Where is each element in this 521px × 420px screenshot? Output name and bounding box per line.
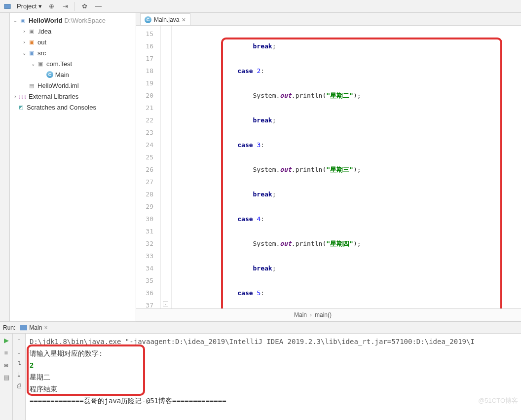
camera-icon[interactable]: ◙ [4,361,8,369]
run-label: Run: [3,324,15,331]
collapse-icon[interactable]: ⇥ [61,2,70,11]
tree-root[interactable]: ⌄▣HelloWorldD:\WorkSpace [10,15,136,26]
tree-src[interactable]: ⌄▣src [10,47,136,58]
project-sidebar: ⌄▣HelloWorldD:\WorkSpace ›▣.idea ›▣out ⌄… [10,13,136,321]
class-icon: C [46,71,53,78]
editor-tabs: C Main.java × [136,13,521,26]
target-icon[interactable]: ⊕ [47,2,56,11]
tab-label: Main.java [154,16,179,23]
layout-icon[interactable]: ▤ [3,374,9,381]
run-panel: Run: Main × ▶ ■ ◙ ▤ ↑ ↓ ↴ ⤓ ⎙ D:\jdk1.8\… [0,321,521,420]
editor-area: C Main.java × 15161718192021222324252627… [136,13,521,321]
line-gutter: 1516171819202122232425262728293031323334… [136,26,161,308]
tree-scratches[interactable]: ◩Scratches and Consoles [10,102,136,113]
rerun-icon[interactable]: ▶ [4,337,9,344]
tree-root-label: HelloWorld [29,17,62,24]
chevron-right-icon: › [310,311,312,318]
run-config-icon [20,324,27,331]
console-cmd: D:\jdk1.8\bin\java.exe "-javaagent:D:\id… [30,336,517,347]
console-separator: =============磊哥的java历险记-@51博客===========… [30,395,517,407]
tree-idea[interactable]: ›▣.idea [10,26,136,37]
tree-out[interactable]: ›▣out [10,37,136,47]
fold-icon[interactable]: - [163,301,168,306]
run-tool-col2: ↑ ↓ ↴ ⤓ ⎙ [13,334,26,420]
class-icon: C [145,16,151,23]
run-body: ▶ ■ ◙ ▤ ↑ ↓ ↴ ⤓ ⎙ D:\jdk1.8\bin\java.exe… [0,334,521,420]
up-icon[interactable]: ↑ [17,337,21,344]
breadcrumb-method[interactable]: main() [315,311,332,318]
run-config-name[interactable]: Main [29,324,42,331]
watermark: @51CTO博客 [478,396,518,405]
top-toolbar: Project▾ ⊕ ⇥ ✿ — [0,0,521,13]
separator [74,2,75,11]
tree-main-file[interactable]: C Main [10,69,136,80]
svg-rect-0 [4,4,10,8]
fold-gutter: - [161,26,172,308]
tree-iml[interactable]: ▤HelloWorld.iml [10,80,136,91]
scroll-icon[interactable]: ⤓ [16,371,22,378]
editor-body[interactable]: 1516171819202122232425262728293031323334… [136,26,521,308]
svg-rect-1 [20,325,27,330]
project-tree[interactable]: ⌄▣HelloWorldD:\WorkSpace ›▣.idea ›▣out ⌄… [10,13,136,321]
gear-icon[interactable]: ✿ [80,2,89,11]
wrap-icon[interactable]: ↴ [16,359,22,367]
tree-ext-lib[interactable]: ›⫿⫿⫿External Libraries [10,91,136,102]
tree-root-path: D:\WorkSpace [64,17,106,24]
close-icon[interactable]: × [44,324,47,331]
run-tool-col1: ▶ ■ ◙ ▤ [0,334,13,420]
hide-icon[interactable]: — [94,2,103,11]
project-combo[interactable] [3,2,12,11]
console-input: 2 [30,359,517,371]
code-area[interactable]: break; case 2: System.out.println("星期二")… [172,26,521,308]
close-icon[interactable]: × [182,16,186,24]
run-header: Run: Main × [0,322,521,334]
breadcrumb-class[interactable]: Main [294,311,307,318]
tab-main-java[interactable]: C Main.java × [140,13,190,25]
tree-pkg[interactable]: ⌄▣com.Test [10,58,136,69]
console-output[interactable]: D:\jdk1.8\bin\java.exe "-javaagent:D:\id… [26,334,521,420]
breadcrumb[interactable]: Main › main() [136,308,521,321]
console-line: 星期二 [30,371,517,383]
project-label[interactable]: Project▾ [17,2,42,10]
main-area: ⌄▣HelloWorldD:\WorkSpace ›▣.idea ›▣out ⌄… [0,13,521,321]
stop-icon[interactable]: ■ [4,349,8,356]
console-line: 请输入星期对应的数字: [30,347,517,359]
down-icon[interactable]: ↓ [17,348,21,355]
left-tool-strip [0,13,10,321]
print-icon[interactable]: ⎙ [17,382,21,389]
console-line: 程序结束 [30,383,517,395]
